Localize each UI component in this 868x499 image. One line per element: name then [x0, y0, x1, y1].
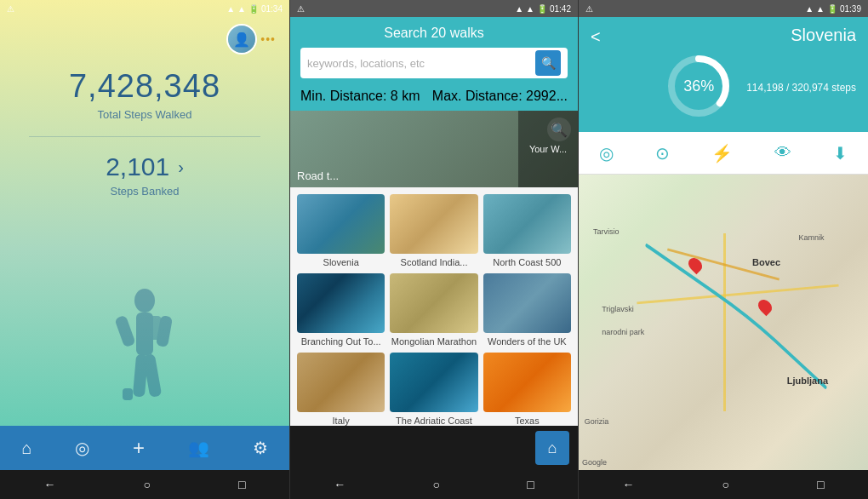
- walk-name-texas: Texas: [515, 416, 540, 426]
- map-container[interactable]: Tarvisio Triglavski narodni park Bovec L…: [579, 175, 868, 470]
- featured-strip[interactable]: Road t... 🔍 Your W...: [290, 111, 578, 187]
- donut-percent: 36%: [683, 77, 714, 95]
- home-sys-icon[interactable]: ○: [144, 478, 151, 491]
- avatar-area: 👤 •••: [226, 24, 276, 54]
- signal-icon3: ▲: [816, 4, 825, 14]
- search-input-placeholder[interactable]: keywords, locations, etc: [307, 57, 535, 70]
- steps-progress-info: 114,198 / 320,974 steps: [746, 82, 856, 94]
- distance-filter-bar: Min. Distance: 8 km Max. Distance: 2992.…: [290, 85, 578, 111]
- nav-settings-icon[interactable]: ⚙: [253, 438, 268, 458]
- screen1-status-bar: ⚠ ▲ ▲ 🔋 01:34: [0, 0, 289, 17]
- screen1-steps-app: ⚠ ▲ ▲ 🔋 01:34 👤 ••• 7,428,348 Total Step…: [0, 0, 289, 499]
- back-sys-icon3[interactable]: ←: [623, 478, 635, 491]
- back-sys-icon2[interactable]: ←: [334, 478, 345, 491]
- home-sys-icon3[interactable]: ○: [722, 478, 729, 491]
- dots-icon[interactable]: •••: [260, 32, 276, 46]
- battery-icon3: 🔋: [827, 4, 837, 14]
- label-gorizia: Gorizia: [585, 417, 609, 426]
- screen2-nav-bar: ⌂: [290, 426, 578, 470]
- walk-thumb-texas: [483, 353, 571, 412]
- walk-name-wonders: Wonders of the UK: [488, 336, 567, 347]
- banked-steps: 2,101: [106, 152, 169, 181]
- battery-icon2: 🔋: [537, 4, 547, 14]
- walk-thumb-adriatic: [390, 353, 477, 412]
- total-steps: 7,428,348: [69, 68, 220, 105]
- action-location-icon[interactable]: ◎: [599, 143, 614, 163]
- recents-sys-icon3[interactable]: □: [817, 478, 824, 491]
- wifi-icon3: ▲: [805, 4, 814, 14]
- google-badge: Google: [582, 458, 607, 467]
- home-sys-icon2[interactable]: ○: [433, 478, 440, 491]
- back-sys-icon[interactable]: ←: [44, 478, 56, 491]
- walk-name-branching: Branching Out To...: [301, 336, 381, 347]
- walk-thumb-northcoast: [483, 194, 571, 254]
- walk-thumb-slovenia: [297, 194, 385, 254]
- avatar[interactable]: 👤: [226, 24, 257, 54]
- label-ljubljana: Ljubljana: [787, 376, 828, 386]
- walk-card-adriatic[interactable]: The Adriatic Coast: [390, 353, 477, 426]
- time-display3: 01:39: [840, 4, 861, 14]
- walk-card-mongolian[interactable]: Mongolian Marathon: [390, 273, 477, 347]
- action-bar: ◎ ⊙ ⚡ 👁 ⬇: [579, 132, 868, 175]
- action-download-icon[interactable]: ⬇: [833, 143, 848, 163]
- walk-card-wonders[interactable]: Wonders of the UK: [483, 273, 571, 347]
- action-pin-icon[interactable]: ⊙: [655, 143, 670, 163]
- label-tarvisio: Tarvisio: [593, 227, 620, 236]
- wifi-icon2: ▲: [515, 4, 523, 14]
- walk-card-slovenia[interactable]: Slovenia: [297, 194, 385, 268]
- walk-name-adriatic: The Adriatic Coast: [396, 416, 472, 426]
- walk-card-northcoast[interactable]: North Coast 500: [483, 194, 571, 268]
- warning-icon2: ⚠: [297, 4, 305, 14]
- recents-sys-icon2[interactable]: □: [527, 478, 534, 491]
- svg-rect-2: [114, 315, 135, 348]
- screen3-status-bar: ⚠ ▲ ▲ 🔋 01:39: [579, 0, 868, 17]
- action-bolt-icon[interactable]: ⚡: [711, 143, 733, 163]
- min-distance-label: Min. Distance: 8 km: [300, 89, 420, 104]
- walk-thumb-branching: [297, 273, 385, 333]
- svg-rect-6: [123, 388, 133, 400]
- nav-add-icon[interactable]: +: [133, 436, 145, 460]
- nav-people-icon[interactable]: 👥: [188, 438, 209, 458]
- back-button[interactable]: <: [591, 27, 601, 47]
- label-triglavski: Triglavski: [602, 305, 634, 313]
- walk-card-scotland[interactable]: Scotland India...: [390, 194, 477, 268]
- walks-grid: Slovenia Scotland India... North Coast 5…: [290, 187, 578, 426]
- warning-icon3: ⚠: [585, 4, 593, 14]
- label-kamnik: Kamnik: [798, 233, 824, 242]
- search-bar[interactable]: keywords, locations, etc 🔍: [300, 48, 568, 78]
- your-walks-panel[interactable]: Your W...: [518, 111, 578, 187]
- walk-thumb-italy: [297, 353, 385, 412]
- featured-label: Road t...: [297, 169, 339, 182]
- walk-name-northcoast: North Coast 500: [493, 257, 561, 268]
- search-button[interactable]: 🔍: [535, 50, 561, 76]
- screen2-home-btn[interactable]: ⌂: [535, 431, 569, 465]
- total-steps-label: Total Steps Walked: [98, 108, 192, 121]
- map-pin-2: [758, 299, 772, 316]
- screen3-slovenia-detail: ⚠ ▲ ▲ 🔋 01:39 < Slovenia 36%: [579, 0, 868, 499]
- screen1-sys-nav: ← ○ □: [0, 470, 289, 499]
- your-walks-label: Your W...: [529, 144, 567, 154]
- wifi-icon: ▲: [226, 4, 235, 14]
- screen2-status-bar: ⚠ ▲ ▲ 🔋 01:42: [290, 0, 578, 17]
- label-narodni: narodni park: [602, 328, 644, 336]
- walk-thumb-mongolian: [390, 273, 477, 333]
- recents-sys-icon[interactable]: □: [238, 478, 245, 491]
- walk-card-texas[interactable]: Texas: [483, 353, 571, 426]
- label-bovec: Bovec: [752, 257, 780, 267]
- chevron-right-icon[interactable]: ›: [178, 158, 184, 177]
- steps-total-count: 320,974: [792, 82, 829, 94]
- max-distance-label: Max. Distance: 2992...: [432, 89, 568, 104]
- walk-thumb-wonders: [483, 273, 571, 333]
- walks-row-3: Italy The Adriatic Coast Texas: [297, 353, 571, 426]
- progress-area: 36% 114,198 / 320,974 steps: [665, 52, 856, 120]
- signal-icon: ▲: [237, 4, 246, 14]
- nav-location-icon[interactable]: ◎: [75, 438, 89, 458]
- walks-row-1: Slovenia Scotland India... North Coast 5…: [297, 194, 571, 268]
- time-display2: 01:42: [550, 4, 571, 14]
- action-eye-icon[interactable]: 👁: [774, 143, 791, 163]
- signal-icon2: ▲: [526, 4, 534, 14]
- walk-card-branching[interactable]: Branching Out To...: [297, 273, 385, 347]
- steps-current: 114,198: [746, 82, 783, 94]
- svg-rect-7: [146, 316, 162, 340]
- walk-card-italy[interactable]: Italy: [297, 353, 385, 426]
